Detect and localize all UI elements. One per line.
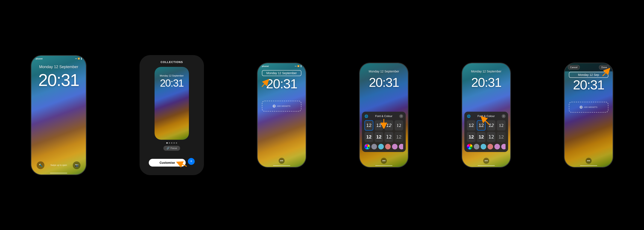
phone-screen-2: COLLECTIONS Monday 12 September 20:31 🔗 … [140, 55, 204, 175]
font-cell-6[interactable]: 12 [374, 132, 384, 142]
signal-icon: ▪▪▪ [75, 58, 77, 60]
collections-title: COLLECTIONS [160, 60, 183, 64]
color-row-5 [467, 144, 506, 149]
font-cell-5-8[interactable]: 12 [497, 132, 506, 142]
font-cell-2[interactable]: 12 [374, 120, 384, 131]
dot-2[interactable] [169, 142, 170, 144]
customise-row: Customise + [149, 156, 195, 167]
color-gray-4[interactable] [371, 144, 377, 149]
phone-screen-6: Cancel Done Monday 12 Sep 20:31 + ADD WI… [564, 63, 613, 168]
status-icons-1: ▪▪▪ 📶 ▐ [75, 58, 82, 60]
flashlight-icon[interactable]: 🔦 [37, 161, 44, 169]
globe-icon-5[interactable]: 🌐 [467, 114, 470, 118]
signal-icon-3: ▪▪▪ [295, 65, 297, 67]
color-row-4 [364, 144, 403, 149]
panel-header-4: 🌐 Font & Colour ✕ [364, 114, 403, 118]
font-cell-5-3[interactable]: 12 [487, 120, 496, 131]
three-dots-5[interactable]: ••• [483, 158, 489, 164]
dot-5[interactable] [176, 142, 177, 144]
bottom-controls-1: 🔦 Swipe up to open 📷 [31, 161, 86, 169]
add-widgets-label-3: ADD WIDGETS [277, 105, 290, 107]
status-bar-1: plusnet ▪▪▪ 📶 ▐ [31, 56, 86, 62]
focus-label: Focus [171, 147, 177, 149]
three-dots-6[interactable]: ••• [586, 158, 592, 164]
font-panel-4: 🌐 Font & Colour ✕ 12 12 12 12 12 12 12 1… [362, 112, 406, 152]
font-cell-5-5[interactable]: 12 [467, 132, 476, 142]
font-cell-5[interactable]: 12 [364, 132, 373, 142]
date-outlined-3[interactable]: Monday 12 September [262, 70, 302, 76]
carrier-3: plusnet [262, 65, 269, 67]
color-pink-4[interactable] [385, 144, 391, 149]
widget-area-6[interactable]: + ADD WIDGETS [569, 102, 608, 113]
color-purple-5[interactable] [494, 144, 500, 149]
font-cell-5-6[interactable]: 12 [477, 132, 486, 142]
home-indicator-4 [375, 165, 392, 166]
swipe-text: Swipe up to open [50, 164, 67, 166]
font-cell-5-7[interactable]: 12 [487, 132, 496, 142]
widget-area-3[interactable]: + ADD WIDGETS [262, 101, 302, 111]
preview-date: Monday 12 September [154, 74, 189, 77]
add-button[interactable]: + [188, 158, 195, 165]
color-purple-4[interactable] [392, 144, 398, 149]
home-indicator-6 [580, 165, 597, 166]
color-cyan-4[interactable] [378, 144, 384, 149]
dot-3[interactable] [171, 142, 172, 144]
color-rainbow-4[interactable] [364, 144, 370, 149]
lock-date-4: Monday 12 September [360, 70, 408, 73]
lock-time-1: 20:31 [31, 70, 86, 90]
font-cell-8[interactable]: 12 [394, 132, 403, 142]
add-widgets-label-6: ADD WIDGETS [584, 106, 598, 108]
wifi-icon-3: 📶 [297, 65, 300, 67]
done-button[interactable]: Done [599, 65, 609, 70]
focus-badge[interactable]: 🔗 Focus [163, 146, 180, 151]
screenshots-container: plusnet ▪▪▪ 📶 ▐ Monday 12 September 20:3… [0, 0, 644, 230]
font-cell-5-4[interactable]: 12 [497, 120, 506, 131]
dot-1[interactable] [166, 142, 168, 144]
three-dots-4[interactable]: ••• [381, 158, 387, 164]
three-dots-3[interactable]: ••• [279, 158, 285, 164]
customise-button[interactable]: Customise [149, 159, 186, 167]
font-cell-7[interactable]: 12 [384, 132, 393, 142]
home-indicator-5 [478, 165, 495, 166]
lock-time-4: 20:31 [360, 75, 408, 90]
font-cell-5-2[interactable]: 12 [477, 120, 486, 131]
date-outlined-6[interactable]: Monday 12 Sep [569, 72, 608, 78]
color-pink-5[interactable] [488, 144, 493, 149]
font-grid-5: 12 12 12 12 12 12 12 12 [467, 120, 506, 142]
font-cell-3[interactable]: 12 [384, 120, 393, 131]
lock-date-5: Monday 12 September [462, 70, 510, 73]
color-cyan-5[interactable] [481, 144, 486, 149]
close-panel-4[interactable]: ✕ [399, 114, 403, 118]
battery-icon-3: ▐ [300, 65, 302, 67]
font-cell-5-1[interactable]: 12 [467, 120, 476, 131]
close-panel-5[interactable]: ✕ [502, 114, 506, 118]
focus-link-icon: 🔗 [166, 147, 170, 150]
lock-time-5: 20:31 [462, 75, 510, 90]
globe-icon-4[interactable]: 🌐 [364, 114, 368, 118]
camera-icon[interactable]: 📷 [73, 161, 80, 169]
font-cell-1[interactable]: 12 [364, 120, 373, 131]
cancel-button[interactable]: Cancel [568, 65, 580, 70]
phone-screen-5: Monday 12 September 20:31 🌐 Font & Colou… [462, 63, 511, 168]
panel-title-4: Font & Colour [368, 114, 399, 118]
font-cell-4[interactable]: 12 [394, 120, 403, 131]
dots-row [166, 142, 177, 144]
home-indicator-3 [273, 165, 290, 166]
status-bar-3: plusnet ▪▪▪ 📶 ▐ [258, 63, 306, 69]
add-widget-plus-icon-6: + [580, 106, 582, 109]
phone-screen-4: Monday 12 September 20:31 🌐 Font & Colou… [359, 63, 408, 168]
collections-preview[interactable]: Monday 12 September 20:31 [154, 67, 189, 140]
dot-4[interactable] [174, 142, 175, 144]
status-icons-3: ▪▪▪ 📶 ▐ [295, 65, 301, 67]
preview-time: 20:31 [154, 77, 189, 89]
add-widget-plus-icon: + [273, 105, 276, 108]
color-gray-5[interactable] [474, 144, 479, 149]
font-panel-5: 🌐 Font & Colour ✕ 12 12 12 12 12 12 12 1… [464, 112, 508, 152]
lock-time-6: 20:31 [564, 77, 613, 92]
color-lavender-5[interactable] [501, 144, 506, 149]
color-lavender-4[interactable] [399, 144, 403, 149]
home-indicator-1 [50, 173, 67, 173]
panel-title-5: Font & Colour [470, 114, 502, 118]
lock-date-1: Monday 12 September [31, 65, 86, 69]
color-rainbow-5[interactable] [467, 144, 472, 149]
